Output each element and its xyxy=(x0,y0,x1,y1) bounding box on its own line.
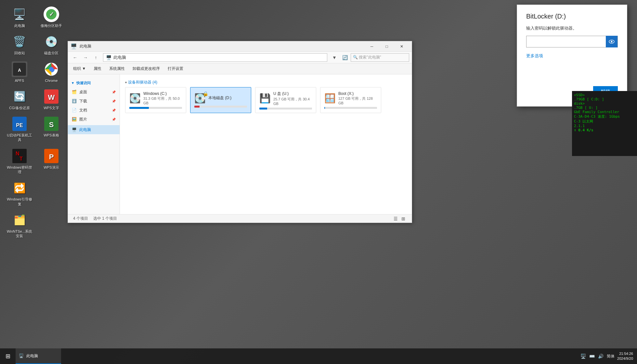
terminal-line-1: <SSD> xyxy=(574,93,635,97)
desktop-icon-diskpart[interactable]: 💿 磁盘分区 xyxy=(38,34,64,55)
winnt-icon: N T xyxy=(12,148,27,164)
chrome-label: Chrome xyxy=(45,78,58,83)
diskpart-label: 磁盘分区 xyxy=(44,51,58,55)
sidebar-item-this-pc[interactable]: 🖥️ 此电脑 xyxy=(68,125,120,134)
forward-button[interactable]: → xyxy=(81,53,90,62)
pe-label: U启动PE装机工具 xyxy=(6,133,32,142)
fe-sidebar: ▾ 快速访问 🗂️ 桌面 📌 ⬇️ 下载 📌 📄 xyxy=(68,74,120,214)
desktop-icon-winrec[interactable]: 🔁 Windows引导修复 xyxy=(6,180,32,206)
desktop-icon-chrome[interactable]: Chrome xyxy=(38,61,64,83)
quick-access-label: 快速访问 xyxy=(76,81,91,85)
show-password-button[interactable] xyxy=(606,36,618,47)
drives-grid: 💽 Windows (C:) 31.3 GB 可用，共 50.0 GB xyxy=(125,87,407,113)
bitlocker-subtitle: 输入密码以解锁此驱动器。 xyxy=(526,25,618,31)
fe-ribbon: 组织 ▼ 属性 系统属性 卸载或更改程序 打开设置 xyxy=(68,63,412,74)
fe-main-content: ▾ 设备和驱动器 (4) 💽 Windows (C:) 31.3 GB 可用，共… xyxy=(120,74,412,214)
up-button[interactable]: ↑ xyxy=(91,53,100,62)
sidebar-item-desktop[interactable]: 🗂️ 桌面 📌 xyxy=(68,87,120,97)
downloads-label: 下载 xyxy=(79,98,87,104)
address-bar[interactable]: 🖥️ 此电脑 xyxy=(103,53,327,62)
list-view-button[interactable]: ☰ xyxy=(392,215,399,222)
address-icon: 🖥️ xyxy=(106,55,111,60)
taskbar-time: 21:54:26 2024/9/20 xyxy=(617,351,633,361)
wininstall-label: WinNTSe...系统安装 xyxy=(6,229,32,239)
pictures-folder-icon: 🖼️ xyxy=(72,117,77,122)
open-settings-button[interactable]: 打开设置 xyxy=(168,66,183,72)
drive-x-name: Boot (X:) xyxy=(338,91,377,96)
drive-d-icon: 💽🔒 xyxy=(194,93,206,104)
partition-label: 傲梅分区助手 xyxy=(41,23,62,28)
bitlocker-more-options[interactable]: 更多选项 xyxy=(526,53,543,59)
devices-label: 设备和驱动器 (4) xyxy=(128,80,157,85)
drive-d-bar xyxy=(194,106,200,108)
desktop-icon-pe[interactable]: PE U启动PE装机工具 xyxy=(6,116,32,142)
drive-card-c[interactable]: 💽 Windows (C:) 31.3 GB 可用，共 50.0 GB xyxy=(125,87,186,113)
address-dropdown-button[interactable]: ▼ xyxy=(330,53,339,62)
uninstall-button[interactable]: 卸载或更改程序 xyxy=(133,66,160,72)
drive-u-progress xyxy=(259,108,312,110)
sidebar-item-pictures[interactable]: 🖼️ 图片 📌 xyxy=(68,115,120,124)
drive-x-space: 127 GB 可用，共 128 GB xyxy=(338,96,377,105)
svg-point-6 xyxy=(49,67,54,72)
drive-c-info: Windows (C:) 31.3 GB 可用，共 50.0 GB xyxy=(143,91,182,105)
wps-label: WPS文字 xyxy=(44,106,59,110)
desktop-icon-winnt[interactable]: N T Windows密码管理 xyxy=(6,148,32,175)
quick-access-header[interactable]: ▾ 快速访问 xyxy=(68,78,120,87)
maximize-button[interactable]: □ xyxy=(379,41,394,52)
taskbar-item-explorer[interactable]: 🖥️ 此电脑 xyxy=(16,348,61,364)
desktop-icon-pc[interactable]: 🖥️ 此电脑 xyxy=(6,6,32,28)
svg-text:✓: ✓ xyxy=(49,11,54,18)
drive-card-u[interactable]: 💾 U 盘 (U:) 25.7 GB 可用，共 30.4 GB xyxy=(255,87,316,113)
close-button[interactable]: ✕ xyxy=(394,41,409,52)
svg-point-19 xyxy=(611,41,613,43)
bitlocker-password-input[interactable] xyxy=(526,36,606,47)
desktop-icons-container: 🖥️ 此电脑 ✓ 傲梅分区助手 🗑️ 回收站 💿 磁盘分区 xyxy=(6,6,64,239)
bitlocker-password-row[interactable] xyxy=(526,36,618,47)
drive-c-bar xyxy=(129,107,149,109)
drive-card-x[interactable]: 🪟 Boot (X:) 127 GB 可用，共 128 GB xyxy=(320,87,381,113)
drive-c-progress xyxy=(129,107,182,109)
drive-c-name: Windows (C:) xyxy=(143,91,182,96)
pin-icon-downloads: 📌 xyxy=(112,99,116,103)
fe-body: ▾ 快速访问 🗂️ 桌面 📌 ⬇️ 下载 📌 📄 xyxy=(68,74,412,214)
sidebar-item-documents[interactable]: 📄 文档 📌 xyxy=(68,106,120,115)
drive-x-bar xyxy=(324,107,325,109)
organize-button[interactable]: 组织 ▼ xyxy=(73,66,86,72)
taskbar-item-label: 此电脑 xyxy=(26,353,38,359)
apfs-label: APFS xyxy=(15,78,24,83)
desktop-icon-apfs[interactable]: A APFS xyxy=(6,61,32,83)
svg-text:S: S xyxy=(49,121,54,129)
wpsxls-icon: S xyxy=(44,116,59,132)
desktop-icon-wpsppt[interactable]: P WPS演示 xyxy=(38,148,64,175)
minimize-button[interactable]: ─ xyxy=(364,41,379,52)
keyboard-icon: ⌨️ xyxy=(589,354,595,359)
back-button[interactable]: ← xyxy=(71,53,80,62)
drive-u-icon: 💾 xyxy=(259,93,271,104)
svg-text:PE: PE xyxy=(16,123,23,128)
quick-access-section: ▾ 快速访问 🗂️ 桌面 📌 ⬇️ 下载 📌 📄 xyxy=(68,77,120,125)
system-properties-button[interactable]: 系统属性 xyxy=(109,66,125,72)
start-button[interactable]: ⊞ xyxy=(0,348,16,364)
properties-button[interactable]: 属性 xyxy=(94,66,101,72)
drive-card-d[interactable]: 💽🔒 本地磁盘 (D:) xyxy=(190,87,251,113)
desktop-icon-wps[interactable]: W WPS文字 xyxy=(38,89,64,110)
search-area[interactable]: 🔍 搜索"此电脑" xyxy=(351,53,409,62)
drive-u-space: 25.7 GB 可用，共 30.4 GB xyxy=(273,97,312,106)
quick-access-chevron: ▾ xyxy=(72,81,74,85)
desktop-icon-recycle[interactable]: 🗑️ 回收站 xyxy=(6,34,32,55)
sidebar-item-downloads[interactable]: ⬇️ 下载 📌 xyxy=(68,97,120,106)
desktop-icon-wpsxls[interactable]: S WPS表格 xyxy=(38,116,64,142)
desktop-icon-partition[interactable]: ✓ 傲梅分区助手 xyxy=(38,6,64,28)
grid-view-button[interactable]: ⊞ xyxy=(400,215,407,222)
winrec-label: Windows引导修复 xyxy=(6,197,32,206)
refresh-button[interactable]: 🔄 xyxy=(340,53,349,62)
desktop-icon-cgi[interactable]: 🔄 CGI备份还原 xyxy=(6,89,32,110)
drive-d-name: 本地磁盘 (D:) xyxy=(208,95,231,101)
drive-u-name: U 盘 (U:) xyxy=(273,91,312,97)
desktop-icon-wininstall[interactable]: 🗂️ WinNTSe...系统安装 xyxy=(6,212,32,239)
ime-label[interactable]: 简体 xyxy=(607,354,615,359)
documents-label: 文档 xyxy=(79,108,87,113)
drive-u-top: 💾 U 盘 (U:) 25.7 GB 可用，共 30.4 GB xyxy=(259,91,312,106)
svg-text:W: W xyxy=(48,93,55,101)
terminal-line-8: 2.1.1 xyxy=(574,124,635,128)
